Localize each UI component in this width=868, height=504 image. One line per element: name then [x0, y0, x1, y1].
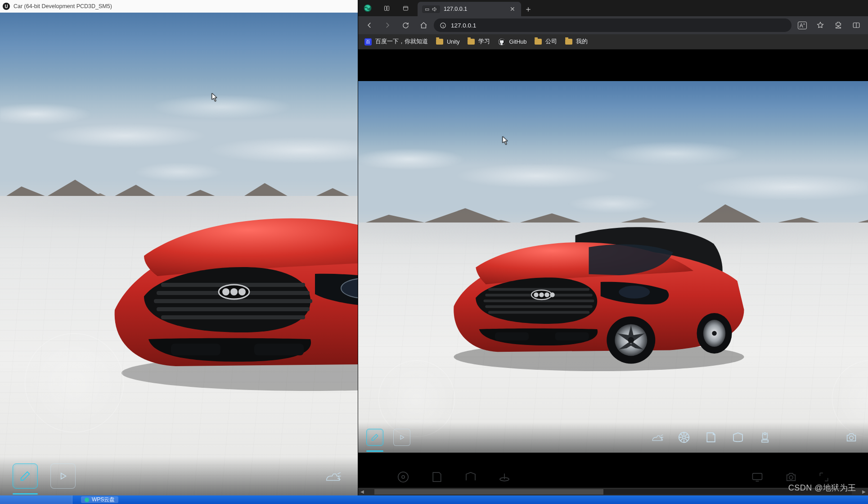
paint-spray-button[interactable]	[320, 463, 345, 489]
unreal-bottom-toolbar	[0, 457, 358, 495]
wps-icon	[85, 498, 89, 502]
bookmark-github[interactable]: GitHub	[498, 38, 526, 45]
scroll-right-arrow[interactable]: ▶	[860, 489, 868, 494]
paint-spray-button[interactable]	[648, 429, 666, 446]
scroll-track[interactable]	[374, 489, 852, 495]
bookmark-folder-company[interactable]: 公司	[535, 38, 557, 45]
svg-point-40	[619, 286, 650, 299]
scroll-left-arrow[interactable]: ◀	[358, 489, 366, 494]
tab-close-button[interactable]: ✕	[508, 5, 517, 13]
bookmark-folder-mine[interactable]: 我的	[565, 38, 588, 45]
nav-home-button[interactable]	[416, 18, 431, 32]
unreal-titlebar[interactable]: U Car (64-bit Development PCD3D_SM5)	[0, 0, 358, 13]
leather-button[interactable]	[702, 429, 720, 446]
unreal-viewport[interactable]	[0, 13, 358, 495]
stream-bottom-toolbar	[358, 422, 868, 453]
svg-point-51	[683, 436, 685, 439]
edge-browser-window: ▭ 127.0.0.1 ✕ ＋ 127.0.0.1 A	[358, 0, 868, 495]
wheel-icon	[396, 470, 410, 484]
tab-actions-button[interactable]	[396, 0, 415, 16]
browser-tab-active[interactable]: ▭ 127.0.0.1 ✕	[418, 2, 521, 16]
bookmark-label: Unity	[447, 39, 459, 45]
nav-back-button[interactable]	[362, 18, 377, 32]
bookmarks-bar: 百 百度一下，你就知道 Unity 学习 GitHub 公司 我的	[358, 34, 868, 50]
svg-point-36	[534, 292, 539, 297]
address-bar[interactable]: 127.0.0.1	[434, 18, 792, 32]
svg-rect-22	[384, 6, 386, 10]
site-info-icon[interactable]	[439, 22, 446, 29]
broadcast-icon: ▭	[425, 6, 429, 12]
svg-rect-5	[161, 315, 305, 319]
bookmark-folder-unity[interactable]: Unity	[436, 39, 459, 45]
browser-content-area: ◀ ▶	[358, 50, 868, 495]
svg-point-54	[398, 472, 409, 482]
svg-point-52	[764, 433, 766, 435]
svg-rect-42	[555, 332, 589, 341]
edit-button[interactable]	[13, 463, 38, 489]
new-tab-button[interactable]: ＋	[521, 2, 535, 16]
camera-button[interactable]	[843, 429, 860, 446]
bookmark-label: 百度一下，你就知道	[375, 38, 428, 45]
active-tool-underline	[13, 493, 38, 495]
svg-rect-23	[387, 6, 389, 10]
github-favicon-icon	[498, 38, 505, 45]
folder-icon	[565, 39, 572, 45]
bookmark-label: 公司	[545, 38, 557, 45]
trim-button[interactable]	[729, 429, 747, 446]
svg-rect-57	[753, 473, 762, 480]
svg-marker-49	[400, 436, 404, 440]
tab-title: 127.0.0.1	[444, 6, 467, 12]
unreal-window-title: Car (64-bit Development PCD3D_SM5)	[13, 3, 112, 9]
svg-point-37	[539, 292, 544, 297]
nav-forward-button[interactable]	[380, 18, 395, 32]
car-render	[430, 198, 754, 374]
extensions-button[interactable]	[830, 18, 846, 32]
svg-point-10	[238, 288, 246, 295]
favorite-button[interactable]	[812, 18, 828, 32]
svg-rect-18	[171, 344, 220, 355]
svg-point-8	[222, 288, 229, 295]
address-url-text: 127.0.0.1	[451, 22, 476, 29]
windows-taskbar-sliver[interactable]: WPS云盘	[0, 495, 868, 504]
svg-rect-19	[254, 344, 304, 355]
folder-icon	[535, 39, 542, 45]
doc-icon	[430, 470, 444, 484]
turntable-icon	[498, 470, 511, 484]
tab-media-permission-chip[interactable]: ▭	[422, 5, 440, 13]
svg-point-58	[789, 476, 793, 479]
svg-point-9	[230, 288, 238, 295]
camera-icon	[784, 471, 798, 483]
wheel-button[interactable]	[675, 429, 693, 446]
active-tool-underline	[366, 450, 383, 452]
scroll-thumb[interactable]	[374, 489, 603, 495]
svg-rect-31	[484, 300, 594, 302]
split-screen-button[interactable]	[848, 18, 864, 32]
pixel-stream-viewport[interactable]	[358, 81, 868, 453]
bookmark-folder-study[interactable]: 学习	[468, 38, 490, 45]
edit-button[interactable]	[366, 429, 383, 446]
svg-rect-32	[485, 305, 593, 308]
svg-rect-24	[403, 6, 408, 10]
touch-pad-circle[interactable]	[25, 333, 124, 432]
edge-logo-icon	[358, 0, 377, 16]
svg-point-48	[712, 331, 717, 336]
svg-point-45	[628, 337, 634, 343]
play-button[interactable]	[50, 463, 76, 489]
unreal-logo-icon: U	[3, 3, 10, 10]
svg-point-39	[550, 292, 555, 297]
bookmark-label: 我的	[576, 38, 588, 45]
trim-icon	[464, 470, 477, 484]
mouse-cursor-icon	[502, 136, 508, 145]
read-aloud-button[interactable]: A»	[794, 18, 810, 32]
svg-point-55	[402, 476, 405, 478]
play-button[interactable]	[393, 429, 410, 446]
seat-button[interactable]	[756, 429, 774, 446]
edge-toolbar: 127.0.0.1 A»	[358, 16, 868, 34]
taskbar-app-wps[interactable]: WPS云盘	[81, 496, 118, 503]
nav-refresh-button[interactable]	[398, 18, 413, 32]
bookmark-baidu[interactable]: 百 百度一下，你就知道	[364, 38, 428, 45]
svg-marker-20	[61, 473, 66, 479]
workspaces-button[interactable]	[377, 0, 396, 16]
expand-icon	[818, 471, 830, 483]
edge-tabstrip: ▭ 127.0.0.1 ✕ ＋	[358, 0, 868, 16]
